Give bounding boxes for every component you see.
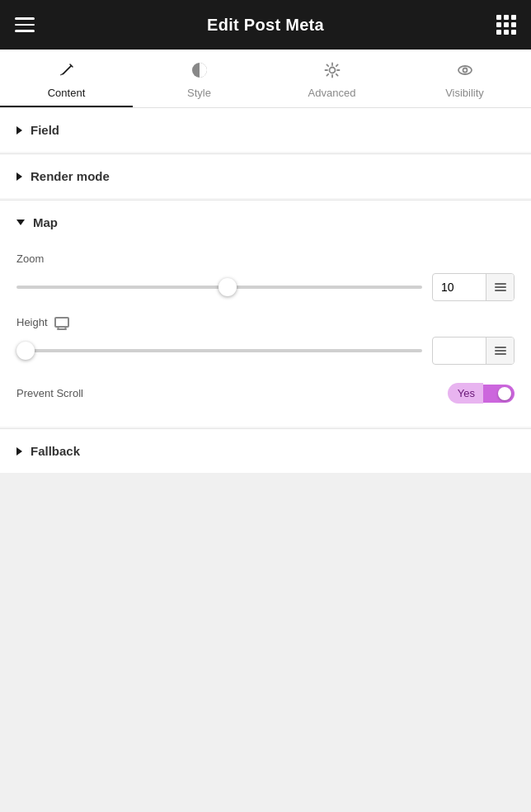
chevron-down-icon	[16, 220, 25, 225]
prevent-scroll-row: Prevent Scroll Yes	[16, 380, 515, 407]
tab-bar: Content Style Advanced Visibility	[0, 50, 531, 108]
tab-content[interactable]: Content	[0, 50, 133, 107]
grid-icon	[496, 15, 516, 35]
stack-icon	[495, 283, 506, 291]
map-section-header[interactable]: Map	[0, 201, 531, 244]
chevron-right-icon-2	[16, 172, 22, 181]
height-slider-row	[16, 337, 515, 365]
field-section-header[interactable]: Field	[0, 108, 531, 152]
monitor-icon	[54, 317, 69, 328]
main-content: Field Render mode Map Zoom	[0, 108, 531, 473]
menu-button[interactable]	[15, 17, 35, 32]
zoom-row: Zoom	[16, 253, 515, 301]
height-stack-button[interactable]	[486, 338, 514, 364]
tab-content-label: Content	[48, 87, 86, 99]
zoom-label: Zoom	[16, 253, 515, 265]
svg-point-2	[458, 66, 472, 74]
eye-icon	[456, 61, 474, 82]
page-title: Edit Post Meta	[207, 16, 324, 35]
fallback-section-label: Fallback	[31, 444, 80, 458]
svg-point-1	[329, 68, 335, 73]
map-section-label: Map	[33, 215, 58, 229]
zoom-slider-thumb[interactable]	[219, 278, 237, 296]
prevent-scroll-label: Prevent Scroll	[16, 387, 83, 399]
pencil-icon	[58, 61, 76, 82]
chevron-right-icon	[16, 126, 22, 135]
zoom-slider-track	[16, 286, 422, 289]
chevron-right-icon-3	[16, 447, 22, 456]
toggle-knob	[498, 387, 511, 400]
zoom-input-group	[432, 273, 515, 301]
render-mode-section-label: Render mode	[31, 169, 110, 183]
height-input-group	[432, 337, 515, 365]
zoom-input[interactable]	[433, 274, 486, 300]
map-section: Map Zoom	[0, 201, 531, 427]
tab-advanced[interactable]: Advanced	[266, 50, 398, 107]
zoom-slider-row	[16, 273, 515, 301]
height-input[interactable]	[433, 338, 486, 364]
tab-advanced-label: Advanced	[308, 87, 356, 99]
header: Edit Post Meta	[0, 0, 531, 50]
render-mode-section-header[interactable]: Render mode	[0, 154, 531, 198]
prevent-scroll-toggle-group[interactable]: Yes	[448, 383, 515, 404]
fallback-section-header[interactable]: Fallback	[0, 429, 531, 473]
apps-button[interactable]	[496, 15, 516, 35]
tab-visibility[interactable]: Visibility	[398, 50, 531, 107]
render-mode-section: Render mode	[0, 154, 531, 198]
half-circle-icon	[190, 61, 209, 82]
zoom-stack-button[interactable]	[486, 274, 514, 300]
toggle-yes-label: Yes	[448, 383, 483, 404]
tab-style-label: Style	[187, 87, 211, 99]
zoom-slider-wrapper[interactable]	[16, 279, 422, 295]
height-row: Height	[16, 316, 515, 365]
stack-icon-2	[495, 347, 506, 355]
tab-visibility-label: Visibility	[445, 87, 484, 99]
height-slider-wrapper[interactable]	[16, 342, 422, 359]
map-section-content: Zoom	[0, 244, 531, 427]
fallback-section: Fallback	[0, 429, 531, 473]
field-section-label: Field	[31, 123, 59, 137]
svg-point-3	[463, 68, 467, 73]
field-section: Field	[0, 108, 531, 152]
prevent-scroll-toggle[interactable]	[483, 385, 515, 403]
tab-style[interactable]: Style	[133, 50, 266, 107]
height-slider-thumb[interactable]	[16, 342, 35, 360]
height-slider-track	[16, 349, 422, 352]
height-label: Height	[16, 316, 515, 328]
gear-icon	[323, 61, 341, 82]
